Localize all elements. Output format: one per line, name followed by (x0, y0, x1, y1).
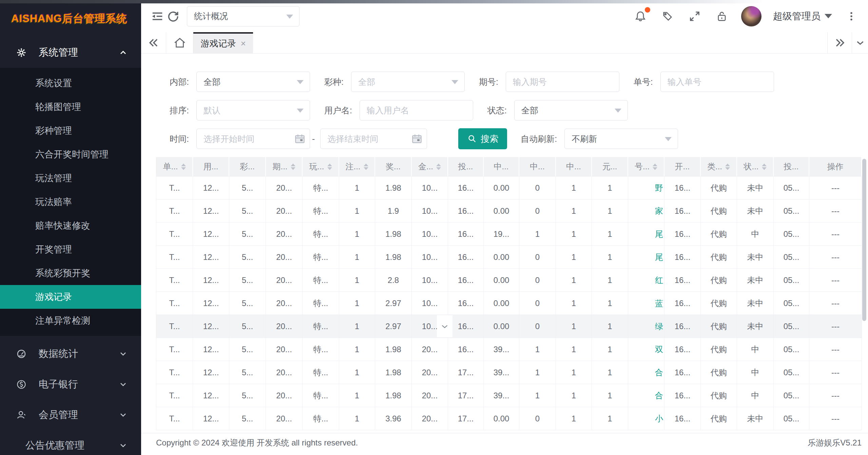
bet-number-link[interactable]: 小 (628, 407, 664, 430)
row-expand-chevron-icon[interactable] (437, 315, 452, 337)
table-column-header[interactable]: 中... (556, 157, 592, 176)
sort-carets-icon[interactable] (653, 164, 657, 170)
table-column-header[interactable]: 期... (266, 157, 303, 176)
table-column-header[interactable]: 投... (774, 157, 809, 176)
search-button[interactable]: 搜索 (458, 128, 507, 149)
sort-carets-icon[interactable] (762, 164, 767, 170)
sidebar-section[interactable]: 电子银行 (0, 369, 141, 400)
table-column-header[interactable]: 开... (664, 157, 701, 176)
sidebar-subitem[interactable]: 注单异常检测 (0, 309, 141, 333)
sidebar-subitem[interactable]: 系统彩预开奖 (0, 261, 141, 285)
table-column-header[interactable]: 金... (412, 157, 448, 176)
sidebar-subitem[interactable]: 系统设置 (0, 71, 141, 95)
start-date-picker[interactable] (196, 129, 310, 149)
filter-select[interactable]: 全部 (196, 72, 310, 92)
home-icon[interactable] (166, 32, 193, 53)
table-column-header[interactable]: 操作 (809, 157, 862, 176)
filter-select[interactable]: 默认 (196, 100, 310, 120)
table-row[interactable]: T...12...5...20...特...12.810...16...0.00… (156, 269, 862, 292)
sidebar: AISHANG后台管理系统 系统管理 系统设置轮播图管理彩种管理六合开奖时间管理… (0, 0, 141, 455)
sidebar-subitem[interactable]: 玩法管理 (0, 166, 141, 190)
table-column-header[interactable]: 玩... (303, 157, 339, 176)
bet-number-link[interactable]: 尾 (628, 223, 664, 246)
table-column-header[interactable]: 用... (193, 157, 229, 176)
filter-input[interactable] (660, 72, 774, 92)
table-column-header[interactable]: 投... (448, 157, 484, 176)
sidebar-section[interactable]: 数据统计 (0, 339, 141, 369)
table-row[interactable]: T...12...5...20...特...11.9820...16...39.… (156, 338, 862, 361)
table-column-header[interactable]: 注... (339, 157, 375, 176)
bet-number-link[interactable]: 红 (628, 269, 664, 292)
sort-carets-icon[interactable] (181, 164, 186, 170)
table-column-header[interactable]: 奖... (375, 157, 412, 176)
bet-number-link[interactable]: 绿 (628, 315, 664, 338)
bet-number-link[interactable]: 合 (628, 384, 664, 407)
table-cell: T... (156, 407, 193, 430)
table-column-header[interactable]: 中... (519, 157, 556, 176)
page-select[interactable]: 统计概况 (187, 6, 300, 26)
bet-number-link[interactable]: 蓝 (628, 292, 664, 315)
sidebar-section[interactable]: 公告优惠管理 (0, 430, 141, 455)
user-menu[interactable]: 超级管理员 (773, 10, 832, 23)
table-column-header[interactable]: 中... (484, 157, 519, 176)
sidebar-collapse-icon[interactable] (150, 8, 165, 24)
table-row[interactable]: T...12...5...20...特...11.910...16...0.00… (156, 200, 862, 223)
refresh-icon[interactable] (165, 8, 181, 24)
table-row[interactable]: T...12...5...20...特...11.9820...17...39.… (156, 384, 862, 407)
sort-carets-icon[interactable] (291, 164, 295, 170)
sidebar-section[interactable]: 系统管理 (0, 37, 141, 68)
table-row[interactable]: T...12...5...20...特...11.9810...16...19.… (156, 223, 862, 246)
bet-number-link[interactable]: 尾 (628, 246, 664, 269)
sort-carets-icon[interactable] (436, 164, 441, 170)
bet-number-link[interactable]: 合 (628, 361, 664, 384)
kebab-menu-icon[interactable] (844, 8, 859, 24)
end-date-input[interactable] (320, 129, 427, 149)
filter-select[interactable]: 全部 (351, 72, 465, 92)
table-column-header[interactable]: 号... (628, 157, 664, 176)
table-row[interactable]: T...12...5...20...特...11.9820...17...39.… (156, 361, 862, 384)
end-date-picker[interactable] (320, 129, 427, 149)
sidebar-subitem-active[interactable]: 游戏记录 (0, 285, 141, 309)
bet-number-link[interactable]: 野 (628, 176, 664, 200)
table-column-header[interactable]: 彩... (229, 157, 266, 176)
sidebar-subitem[interactable]: 彩种管理 (0, 119, 141, 143)
start-date-input[interactable] (196, 129, 310, 149)
tabs-scroll-right-icon[interactable] (827, 32, 852, 53)
sort-carets-icon[interactable] (725, 164, 730, 170)
table-row[interactable]: T...12...5...20...特...11.9810...16...0.0… (156, 176, 862, 200)
table-column-header[interactable]: 元... (592, 157, 628, 176)
avatar[interactable] (741, 6, 761, 26)
filter-input[interactable] (360, 100, 473, 120)
filter-select[interactable]: 全部 (514, 100, 628, 120)
table-row[interactable]: T...12...5...20...特...12.9710...16...0.0… (156, 292, 862, 315)
sidebar-section[interactable]: 会员管理 (0, 400, 141, 430)
bet-number-link[interactable]: 双 (628, 338, 664, 361)
sidebar-subitem[interactable]: 六合开奖时间管理 (0, 143, 141, 166)
table-column-header[interactable]: 状... (737, 157, 774, 176)
table-cell: 1 (556, 176, 592, 200)
filter-input[interactable] (506, 72, 619, 92)
lock-icon[interactable] (714, 8, 730, 24)
table-row[interactable]: T...12...5...20...特...11.9810...16...0.0… (156, 246, 862, 269)
sidebar-subitem[interactable]: 开奖管理 (0, 238, 141, 261)
sidebar-subitem[interactable]: 玩法赔率 (0, 190, 141, 214)
table-row[interactable]: T...12...5...20...特...12.9710...16...0.0… (156, 315, 862, 338)
table-column-header[interactable]: 类... (701, 157, 737, 176)
sidebar-subitem[interactable]: 赔率快速修改 (0, 214, 141, 238)
table-cell: --- (809, 361, 862, 384)
table-vertical-scrollbar[interactable] (862, 159, 866, 321)
sidebar-subitem[interactable]: 轮播图管理 (0, 95, 141, 119)
auto-refresh-select[interactable]: 不刷新 (564, 129, 678, 149)
fullscreen-icon[interactable] (687, 8, 702, 24)
sort-carets-icon[interactable] (364, 164, 368, 170)
tag-icon[interactable] (660, 8, 675, 24)
tab-close-icon[interactable]: × (240, 38, 246, 49)
tab-game-records[interactable]: 游戏记录 × (193, 32, 253, 53)
tabs-dropdown-icon[interactable] (852, 32, 868, 53)
tabs-scroll-left-icon[interactable] (141, 32, 166, 53)
sort-carets-icon[interactable] (327, 164, 332, 170)
table-column-header[interactable]: 单... (156, 157, 193, 176)
table-row[interactable]: T...12...5...20...特...13.9620...17...0.0… (156, 407, 862, 430)
notifications-bell-icon[interactable] (633, 8, 648, 24)
bet-number-link[interactable]: 家 (628, 200, 664, 223)
